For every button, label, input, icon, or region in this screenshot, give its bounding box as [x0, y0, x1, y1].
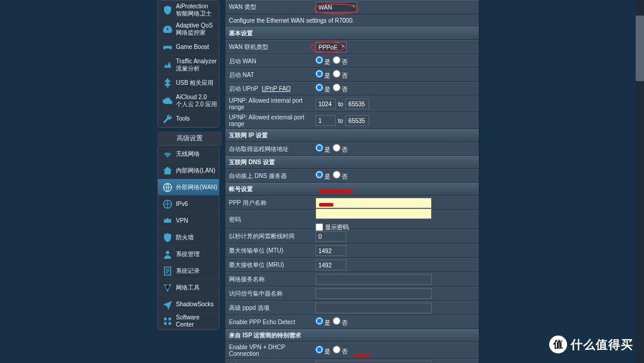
sidebar-label: 外部网络(WAN)	[176, 184, 218, 191]
sidebar-label: 内部网络(LAN)	[176, 167, 215, 174]
sidebar-item-firewall[interactable]: 防火墙	[158, 229, 219, 246]
sidebar-item-wireless[interactable]: 无线网络	[158, 146, 219, 162]
sidebar-item-tools[interactable]: Tools	[158, 110, 219, 127]
ppp-pass-input[interactable]	[315, 208, 432, 219]
globe-icon	[162, 182, 174, 193]
row-echo: Enable PPP Echo Detect 是 否	[225, 315, 479, 329]
row-enable-upnp: 启动 UPnPUPnP FAQ 是 否	[225, 82, 479, 96]
sidebar-label: IPv6	[176, 201, 188, 208]
radio-yes[interactable]: 是	[315, 346, 330, 356]
cloud-icon	[162, 95, 174, 107]
sidebar-item-lan[interactable]: 内部网络(LAN)	[158, 162, 219, 179]
sidebar-label: 网络工具	[176, 284, 200, 291]
svg-point-2	[166, 251, 169, 254]
show-pass-checkbox[interactable]: 显示密码	[315, 223, 349, 232]
sidebar-item-traffic[interactable]: Traffic Analyzer流量分析	[158, 56, 219, 75]
sidebar-label: AiCloud 2.0个人云 2.0 应用	[176, 94, 217, 108]
row-mru: 最大接收单位 (MRU)	[225, 258, 479, 272]
row-vpn-dhcp: Enable VPN + DHCP Connection 是 否	[225, 342, 479, 359]
row-upnp-external: UPNP: Allowed external port range to	[225, 112, 479, 129]
plane-icon	[162, 299, 174, 310]
sidebar-label: Game Boost	[176, 44, 209, 51]
sidebar-item-software[interactable]: Software Center	[158, 313, 219, 330]
row-mtu: 最大传输单位 (MTU)	[225, 244, 479, 258]
section-dns: 互联网 DNS 设置	[225, 156, 479, 169]
upnp-ext-to[interactable]	[345, 115, 369, 126]
mtu-input[interactable]	[315, 245, 346, 256]
row-wan-type: WAN 类型 WAN	[225, 0, 479, 14]
mru-input[interactable]	[315, 260, 346, 270]
row-ppp-pass: 密码 显示密码	[225, 210, 479, 229]
radio-no[interactable]: 否	[333, 317, 348, 327]
radio-no[interactable]: 否	[333, 144, 348, 154]
sidebar-label: 系统管理	[176, 251, 200, 258]
sidebar-item-nettools[interactable]: 网络工具	[158, 279, 219, 296]
wifi-icon	[162, 148, 174, 160]
host-input[interactable]	[315, 361, 432, 363]
upnp-int-from[interactable]	[315, 99, 336, 109]
user-icon	[162, 248, 174, 260]
sidebar-item-ipv6[interactable]: IPv6	[158, 196, 219, 213]
sidebar-item-syslog[interactable]: 系统记录	[158, 263, 219, 279]
radio-no[interactable]: 否	[333, 56, 348, 66]
svg-rect-9	[164, 322, 167, 325]
upnp-ext-from[interactable]	[315, 115, 336, 126]
redaction-mark	[319, 203, 333, 207]
globe-ipv6-icon	[162, 198, 174, 210]
sidebar-item-usb[interactable]: USB 相关应用	[158, 75, 219, 91]
vpn-icon	[162, 215, 174, 227]
pppd-input[interactable]	[315, 303, 432, 313]
gamepad-icon	[162, 41, 174, 53]
row-idle: 以秒计算的闲置断线时间	[225, 229, 479, 244]
sidebar-item-sysadmin[interactable]: 系统管理	[158, 246, 219, 263]
sidebar-item-aiprotection[interactable]: AiProtection智能网络卫士	[158, 1, 219, 20]
label-conn-type: WAN 联机类型	[229, 43, 315, 51]
radio-no[interactable]: 否	[333, 346, 348, 356]
upnp-faq-link[interactable]: UPnP FAQ	[262, 85, 291, 92]
radio-yes[interactable]: 是	[315, 317, 330, 327]
sidebar-label: ShadowSocks	[176, 301, 213, 308]
redaction-mark	[354, 355, 370, 357]
radio-no[interactable]: 否	[333, 84, 348, 94]
radio-no[interactable]: 否	[333, 171, 348, 181]
radio-no[interactable]: 否	[333, 70, 348, 80]
watermark-badge: 值	[549, 336, 567, 353]
svg-rect-8	[169, 318, 172, 321]
row-concentrator: 访问信号集中器名称	[225, 287, 479, 301]
sidebar-item-qos[interactable]: Adaptive QoS网络监控家	[158, 20, 219, 39]
apps-icon	[162, 315, 174, 327]
row-svc: 网络服务名称	[225, 272, 479, 287]
sidebar-label: Traffic Analyzer流量分析	[176, 58, 216, 72]
radio-yes[interactable]: 是	[315, 56, 330, 66]
radio-yes[interactable]: 是	[315, 70, 330, 80]
row-pppd: 高级 pppd 选项	[225, 301, 479, 315]
conn-type-select[interactable]: PPPoE	[315, 42, 346, 53]
sidebar-item-vpn[interactable]: VPN	[158, 213, 219, 229]
row-auto-ip: 自动取得远程网络地址 是 否	[225, 142, 479, 156]
gauge-icon	[162, 23, 174, 35]
sidebar-label: Tools	[176, 115, 190, 122]
sidebar-item-shadowsocks[interactable]: ShadowSocks	[158, 296, 219, 313]
upnp-int-to[interactable]	[345, 99, 369, 109]
label-wan-type: WAN 类型	[229, 3, 315, 11]
scrollbar[interactable]	[636, 0, 644, 363]
row-auto-dns: 自动接上 DNS 服务器 是 否	[225, 169, 479, 183]
wan-type-select[interactable]: WAN	[315, 2, 357, 13]
radio-yes[interactable]: 是	[315, 144, 330, 154]
svc-input[interactable]	[315, 274, 432, 285]
advanced-settings-header: 高级设置	[157, 131, 222, 145]
scroll-thumb[interactable]	[636, 16, 644, 81]
radio-yes[interactable]: 是	[315, 84, 330, 94]
sidebar-item-gameboost[interactable]: Game Boost	[158, 39, 219, 56]
svg-rect-10	[169, 322, 172, 325]
sidebar-label: VPN	[176, 217, 188, 224]
idle-input[interactable]	[315, 231, 346, 242]
radio-yes[interactable]: 是	[315, 171, 330, 181]
row-upnp-internal: UPNP: Allowed internal port range to	[225, 96, 479, 112]
conc-input[interactable]	[315, 288, 432, 299]
sidebar-item-aicloud[interactable]: AiCloud 2.0个人云 2.0 应用	[158, 91, 219, 110]
sidebar-item-wan[interactable]: 外部网络(WAN)	[158, 179, 219, 196]
traffic-icon	[162, 59, 174, 71]
watermark: 值 什么值得买	[549, 336, 633, 353]
watermark-text: 什么值得买	[571, 337, 633, 353]
